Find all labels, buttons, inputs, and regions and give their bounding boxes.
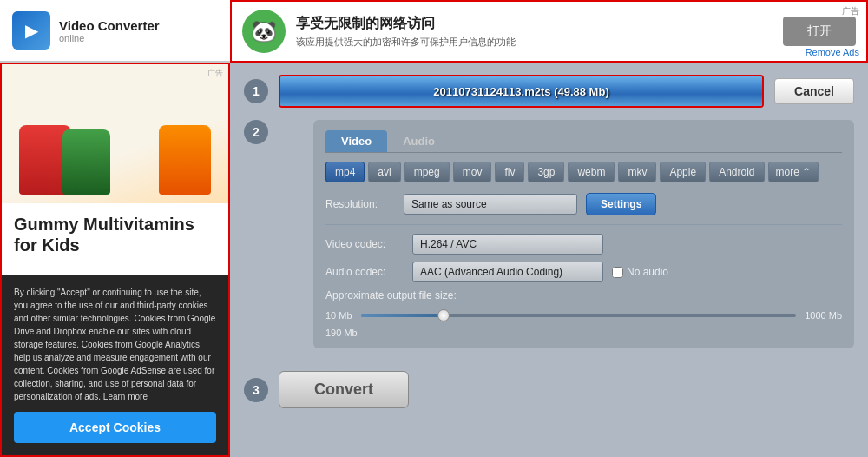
format-row: mp4 avi mpeg mov flv 3gp webm mkv Apple … xyxy=(326,162,842,182)
format-mkv[interactable]: mkv xyxy=(618,162,656,182)
left-ad-label: 广告 xyxy=(207,68,223,79)
top-ad-banner: 广告 🐼 享受无限制的网络访问 该应用提供强大的加密和许多可保护用户信息的功能 … xyxy=(230,0,868,63)
format-tabs: Video Audio xyxy=(326,130,842,153)
top-ad-text: 享受无限制的网络访问 该应用提供强大的加密和许多可保护用户信息的功能 xyxy=(296,15,766,49)
resolution-label: Resolution: xyxy=(326,198,395,210)
format-3gp[interactable]: 3gp xyxy=(528,162,564,182)
resolution-select[interactable]: Same as source xyxy=(404,194,577,215)
top-ad-title: 享受无限制的网络访问 xyxy=(296,15,766,33)
app-subtitle: online xyxy=(59,33,160,43)
video-codec-select[interactable]: H.264 / AVC xyxy=(412,234,603,255)
top-ad-subtitle: 该应用提供强大的加密和许多可保护用户信息的功能 xyxy=(296,36,766,49)
left-ad-panel: 广告 Gummy Multivitamins for Kids By click… xyxy=(0,63,230,457)
cookie-overlay: By clicking "Accept" or continuing to us… xyxy=(2,275,228,455)
top-ad-open-button[interactable]: 打开 xyxy=(783,17,856,46)
step2-box: Video Audio mp4 avi mpeg mov flv 3gp web… xyxy=(313,120,854,348)
slider-value: 190 Mb xyxy=(326,328,842,338)
step1-row: 1 20110731124113.m2ts (49.88 Mb) Cancel xyxy=(244,75,854,108)
format-webm[interactable]: webm xyxy=(568,162,615,182)
step1-number: 1 xyxy=(244,79,268,103)
video-codec-label: Video codec: xyxy=(326,238,404,250)
cookie-text: By clicking "Accept" or continuing to us… xyxy=(14,286,216,403)
slider-fill xyxy=(361,314,444,317)
audio-codec-row: Audio codec: AAC (Advanced Audio Coding)… xyxy=(326,262,842,282)
slider-max: 1000 Mb xyxy=(805,310,842,321)
no-audio-label: No audio xyxy=(612,266,668,278)
main-panel: 1 20110731124113.m2ts (49.88 Mb) Cancel … xyxy=(230,63,868,457)
audio-codec-label: Audio codec: xyxy=(326,266,404,278)
header-text: Video Converter online xyxy=(59,18,160,43)
header: ▶ Video Converter online xyxy=(0,0,230,61)
format-more[interactable]: more ⌃ xyxy=(768,162,819,182)
tab-video[interactable]: Video xyxy=(326,130,387,152)
slider-wrap[interactable] xyxy=(361,307,797,324)
step2-number: 2 xyxy=(244,120,268,144)
tab-audio[interactable]: Audio xyxy=(387,130,450,152)
slider-thumb[interactable] xyxy=(437,309,450,321)
format-android[interactable]: Android xyxy=(709,162,764,182)
product-jar-2 xyxy=(62,129,110,195)
step3-row: 3 Convert xyxy=(244,371,854,408)
app-title: Video Converter xyxy=(59,18,160,33)
format-flv[interactable]: flv xyxy=(495,162,524,182)
step2-row: 2 Video Audio mp4 avi mpeg mov flv 3gp w… xyxy=(244,120,854,361)
slider-container: 10 Mb 1000 Mb xyxy=(326,307,842,324)
convert-button[interactable]: Convert xyxy=(279,371,409,408)
divider xyxy=(326,224,842,225)
slider-min: 10 Mb xyxy=(326,310,352,321)
left-ad-content: Gummy Multivitamins for Kids xyxy=(2,203,228,275)
top-ad-label: 广告 xyxy=(842,5,859,17)
left-ad-image: 广告 xyxy=(2,64,228,203)
output-size-label: Approximate output file size: xyxy=(326,289,842,301)
product-jar-3 xyxy=(159,125,211,195)
format-avi[interactable]: avi xyxy=(368,162,400,182)
no-audio-checkbox[interactable] xyxy=(612,267,623,278)
format-mov[interactable]: mov xyxy=(453,162,492,182)
accept-cookies-button[interactable]: Accept Cookies xyxy=(14,412,216,443)
file-upload-bar[interactable]: 20110731124113.m2ts (49.88 Mb) xyxy=(279,75,764,108)
video-codec-row: Video codec: H.264 / AVC xyxy=(326,234,842,255)
top-ad-icon: 🐼 xyxy=(242,10,286,53)
step3-number: 3 xyxy=(244,378,268,402)
app-logo: ▶ xyxy=(12,11,50,50)
output-size-row: Approximate output file size: 10 Mb 1000… xyxy=(326,289,842,338)
format-mp4[interactable]: mp4 xyxy=(326,162,365,182)
settings-button[interactable]: Settings xyxy=(586,193,656,215)
audio-codec-select[interactable]: AAC (Advanced Audio Coding) xyxy=(412,262,603,282)
cancel-button[interactable]: Cancel xyxy=(774,78,854,104)
resolution-row: Resolution: Same as source Settings xyxy=(326,193,842,215)
filename-text: 20110731124113.m2ts (49.88 Mb) xyxy=(280,76,762,106)
format-apple[interactable]: Apple xyxy=(660,162,706,182)
slider-track xyxy=(361,314,797,317)
remove-ads-link[interactable]: Remove Ads xyxy=(806,47,859,57)
left-ad-headline: Gummy Multivitamins for Kids xyxy=(14,214,216,255)
format-mpeg[interactable]: mpeg xyxy=(404,162,450,182)
